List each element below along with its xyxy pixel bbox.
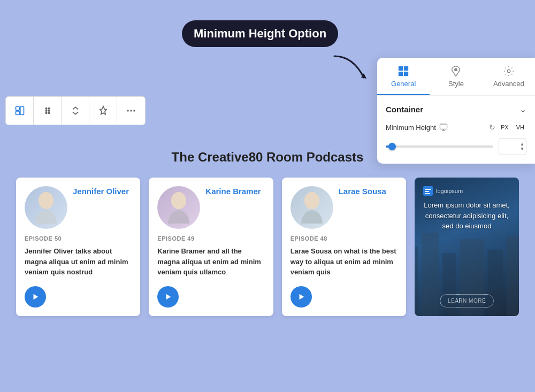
svg-rect-33 — [425, 191, 429, 192]
play-button-3[interactable] — [291, 286, 312, 308]
up-down-icon — [70, 105, 81, 116]
promo-card: logoipsum Lorem ipsum dolor sit amet, co… — [415, 178, 519, 316]
episode-label-1: EPISODE 50 — [25, 235, 132, 242]
svg-marker-24 — [34, 294, 39, 299]
svg-point-17 — [455, 68, 457, 71]
spinner-down[interactable]: ▼ — [520, 147, 524, 151]
svg-point-23 — [39, 192, 54, 209]
slider-spinners: ▲ ▼ — [520, 142, 524, 151]
card-info-2: Karine Bramer — [205, 186, 261, 197]
svg-point-10 — [127, 110, 129, 111]
play-icon-2 — [164, 293, 172, 301]
panel-body: Container ⌄ Minimum Height ↻ PX VH — [377, 96, 535, 164]
promo-text: Lorem ipsum dolor sit amet, consectetur … — [423, 200, 510, 232]
settings-panel: General Style Advanced Container ⌄ Minim… — [377, 58, 535, 164]
tab-style[interactable]: Style — [430, 58, 482, 95]
svg-point-9 — [48, 112, 50, 114]
move-button[interactable] — [34, 97, 62, 125]
episode-label-3: EPISODE 48 — [291, 235, 398, 242]
tab-general[interactable]: General — [377, 58, 430, 95]
reset-button[interactable]: ↻ — [489, 123, 495, 132]
avatar-2 — [157, 186, 200, 229]
svg-rect-16 — [404, 72, 408, 76]
svg-rect-2 — [16, 111, 19, 115]
learn-more-button[interactable]: LEARN MORE — [440, 294, 494, 308]
svg-point-11 — [130, 110, 132, 111]
person-svg-2 — [163, 189, 195, 226]
person-svg-1 — [30, 189, 62, 226]
unit-vh-button[interactable]: VH — [514, 123, 526, 132]
svg-point-18 — [507, 70, 510, 73]
tab-advanced-label: Advanced — [493, 80, 524, 88]
play-icon-3 — [297, 293, 305, 301]
advanced-tab-icon — [503, 65, 515, 77]
pin-button[interactable] — [89, 97, 117, 125]
card-info-3: Larae Sousa — [339, 186, 386, 197]
svg-point-29 — [304, 192, 319, 209]
svg-rect-34 — [425, 193, 430, 194]
field-controls: ↻ PX VH — [489, 123, 526, 132]
svg-point-12 — [133, 110, 135, 111]
card-description-1: Jennifer Oliver talks about magna aliqua… — [25, 246, 132, 278]
up-down-button[interactable] — [62, 97, 89, 125]
podcast-grid: Jennifer Oliver EPISODE 50 Jennifer Oliv… — [16, 178, 519, 316]
card-info-1: Jennifer Oliver — [73, 186, 129, 197]
spinner-up[interactable]: ▲ — [520, 142, 524, 147]
tab-general-label: General — [391, 80, 416, 88]
layout-icon — [14, 105, 25, 116]
tab-style-label: Style — [448, 80, 464, 88]
svg-rect-32 — [425, 189, 431, 190]
svg-rect-1 — [16, 107, 19, 111]
general-tab-icon — [398, 65, 409, 77]
svg-point-8 — [45, 112, 47, 114]
slider-row: ▲ ▼ — [386, 138, 526, 155]
play-icon-1 — [32, 293, 39, 301]
card-name-1: Jennifer Oliver — [73, 186, 129, 197]
avatar-1 — [25, 186, 67, 229]
section-title: Container — [386, 105, 423, 114]
svg-rect-13 — [399, 66, 403, 71]
svg-point-26 — [171, 192, 186, 209]
play-button-1[interactable] — [25, 286, 46, 308]
monitor-icon — [439, 123, 448, 132]
svg-marker-30 — [299, 294, 304, 299]
slider-track[interactable] — [386, 145, 493, 148]
style-tab-icon — [450, 65, 462, 77]
svg-point-7 — [48, 110, 50, 112]
field-label: Minimum Height — [386, 123, 448, 132]
logo-svg — [423, 186, 433, 196]
episode-label-2: EPISODE 49 — [157, 235, 264, 242]
move-icon — [42, 105, 53, 116]
card-description-3: Larae Sousa on what is the best way to a… — [291, 246, 398, 278]
svg-point-6 — [45, 110, 47, 112]
minimum-height-label: Minimum Height — [386, 124, 436, 132]
section-header: Container ⌄ — [386, 104, 526, 114]
section-chevron-icon[interactable]: ⌄ — [519, 104, 526, 114]
tab-advanced[interactable]: Advanced — [483, 58, 535, 95]
avatar-3 — [291, 186, 333, 229]
tooltip-bubble: Minimum Height Option — [182, 20, 338, 47]
svg-rect-19 — [440, 124, 447, 129]
podcast-card-2: Karine Bramer EPISODE 49 Karine Bramer a… — [149, 178, 273, 316]
tooltip-arrow — [332, 51, 374, 83]
card-top-1: Jennifer Oliver — [25, 186, 132, 229]
pin-icon — [98, 105, 109, 116]
layout-button[interactable] — [6, 97, 34, 125]
card-top-3: Larae Sousa — [291, 186, 398, 229]
more-icon — [126, 105, 136, 116]
unit-px-button[interactable]: PX — [499, 123, 511, 132]
svg-rect-15 — [399, 72, 403, 76]
card-name-2: Karine Bramer — [205, 186, 261, 197]
slider-thumb[interactable] — [388, 143, 396, 150]
slider-input-wrap: ▲ ▼ — [499, 138, 526, 155]
main-content: The Creative80 Room Podcasts Jennifer Ol… — [5, 139, 530, 327]
svg-marker-27 — [166, 294, 171, 299]
svg-point-4 — [45, 108, 47, 110]
more-button[interactable] — [117, 97, 145, 125]
person-svg-3 — [296, 189, 328, 226]
tooltip-text: Minimum Height Option — [194, 27, 326, 40]
play-button-2[interactable] — [157, 286, 179, 308]
podcast-card-3: Larae Sousa EPISODE 48 Larae Sousa on wh… — [282, 178, 406, 316]
podcast-card-1: Jennifer Oliver EPISODE 50 Jennifer Oliv… — [16, 178, 140, 316]
avatar-placeholder-3 — [291, 186, 333, 229]
